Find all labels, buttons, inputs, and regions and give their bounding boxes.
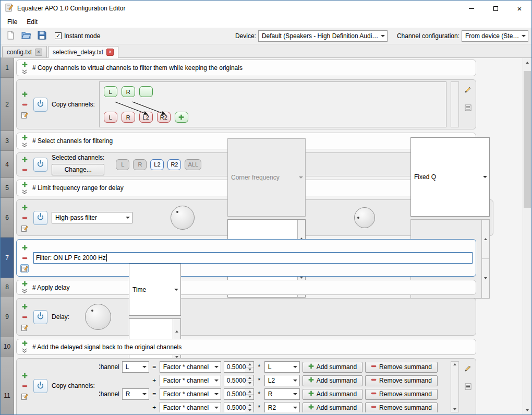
frequency-knob[interactable] bbox=[171, 206, 195, 230]
add-summand-button[interactable]: Add summand bbox=[303, 402, 362, 413]
row-number[interactable]: 10 bbox=[1, 337, 14, 357]
row-number[interactable]: 1 bbox=[1, 58, 14, 78]
edit-row-icon[interactable] bbox=[20, 323, 29, 331]
spin-down-button[interactable] bbox=[246, 367, 253, 373]
source-channel-select[interactable]: R bbox=[264, 388, 300, 400]
vertical-scrollbar[interactable] bbox=[523, 58, 531, 414]
add-row-icon[interactable] bbox=[20, 281, 29, 287]
spin-down-button[interactable] bbox=[246, 395, 253, 400]
summand-type-select[interactable]: Factor * channel bbox=[160, 375, 221, 386]
power-toggle[interactable] bbox=[33, 211, 47, 225]
add-row-icon[interactable] bbox=[20, 62, 29, 67]
remove-row-icon[interactable] bbox=[20, 313, 29, 321]
row-number[interactable]: 11 bbox=[1, 357, 14, 414]
source-channel-select[interactable]: L2 bbox=[264, 375, 300, 386]
row-number[interactable]: 4 bbox=[1, 151, 14, 178]
collapse-icon[interactable] bbox=[20, 69, 29, 75]
spin-down-button[interactable] bbox=[246, 381, 253, 386]
comment-row[interactable]: # Copy channels to virtual channels to f… bbox=[16, 60, 476, 76]
spin-up-button[interactable] bbox=[246, 402, 253, 408]
comment-row[interactable]: # Apply delay bbox=[16, 280, 476, 295]
channel-badge[interactable]: L2 bbox=[150, 159, 164, 170]
delay-mode-select[interactable]: Time bbox=[129, 264, 181, 316]
row-number[interactable]: 3 bbox=[1, 131, 14, 151]
scroll-down-button[interactable] bbox=[523, 406, 531, 414]
power-toggle[interactable] bbox=[33, 310, 47, 324]
q-mode-select[interactable]: Fixed Q bbox=[410, 137, 490, 217]
power-toggle[interactable] bbox=[33, 98, 47, 112]
edit-row-icon[interactable] bbox=[20, 264, 29, 272]
new-file-button[interactable] bbox=[4, 29, 17, 43]
source-channel-select[interactable]: R2 bbox=[264, 402, 300, 412]
remove-row-icon[interactable] bbox=[20, 214, 29, 222]
source-channel-badge[interactable]: R bbox=[122, 86, 135, 97]
edit-row-icon[interactable] bbox=[20, 111, 29, 119]
widget-scrollbar[interactable] bbox=[451, 81, 459, 127]
filter-type-select[interactable]: High-pass filter bbox=[52, 212, 132, 223]
tab-config-txt[interactable]: config.txt × bbox=[2, 46, 47, 57]
add-channel-button[interactable] bbox=[175, 112, 188, 123]
instant-mode-checkbox[interactable]: ✓ bbox=[55, 32, 62, 39]
summand-type-select[interactable]: Factor * channel bbox=[160, 388, 221, 400]
target-channel-select[interactable]: R bbox=[122, 388, 149, 400]
add-row-icon[interactable] bbox=[20, 155, 29, 163]
scrollbar-track[interactable] bbox=[523, 67, 531, 406]
add-row-icon[interactable] bbox=[20, 243, 29, 252]
scrollbar-thumb[interactable] bbox=[524, 71, 531, 208]
remove-row-icon[interactable] bbox=[20, 165, 29, 174]
add-row-icon[interactable] bbox=[20, 90, 29, 98]
close-button[interactable]: × bbox=[507, 1, 531, 16]
change-channels-button[interactable]: Change... bbox=[52, 164, 104, 175]
summand-type-select[interactable]: Factor * channel bbox=[160, 402, 221, 412]
row-number[interactable]: 2 bbox=[1, 78, 14, 131]
edit-row-icon[interactable] bbox=[20, 392, 29, 400]
spin-up-button[interactable] bbox=[246, 375, 253, 381]
add-row-icon[interactable] bbox=[20, 135, 29, 140]
row-number[interactable]: 9 bbox=[1, 297, 14, 337]
menu-edit[interactable]: Edit bbox=[22, 17, 42, 27]
remove-row-icon[interactable] bbox=[20, 100, 29, 109]
factor-spinner[interactable]: 0.5000 bbox=[224, 402, 254, 412]
delay-knob[interactable] bbox=[85, 304, 111, 330]
channel-badge[interactable]: ALL bbox=[185, 159, 201, 170]
remove-summand-button[interactable]: Remove summand bbox=[365, 389, 438, 400]
source-channel-select[interactable]: L bbox=[264, 361, 300, 373]
maximize-button[interactable] bbox=[483, 1, 507, 16]
channel-badge[interactable]: L bbox=[116, 159, 129, 170]
pencil-edit-icon[interactable] bbox=[464, 364, 472, 373]
add-summand-button[interactable]: Add summand bbox=[303, 375, 362, 386]
target-channel-select[interactable]: L bbox=[122, 361, 149, 373]
collapse-icon[interactable] bbox=[20, 348, 29, 353]
remove-summand-button[interactable]: Remove summand bbox=[365, 375, 438, 386]
open-file-button[interactable] bbox=[19, 29, 33, 43]
add-row-icon[interactable] bbox=[20, 182, 29, 187]
factor-spinner[interactable]: 0.5000 bbox=[224, 375, 254, 386]
edit-row-icon[interactable] bbox=[20, 224, 29, 232]
scroll-up-button[interactable] bbox=[523, 58, 531, 67]
command-input[interactable]: Filter: ON LP Fc 2000 Hz bbox=[33, 252, 473, 264]
channel-badge[interactable]: R bbox=[133, 159, 147, 170]
remove-row-icon[interactable] bbox=[20, 382, 29, 390]
source-channel-badge[interactable] bbox=[139, 86, 153, 97]
save-file-button[interactable] bbox=[35, 29, 49, 43]
spin-up-button[interactable] bbox=[246, 362, 253, 367]
tab-selective-delay-txt[interactable]: selective_delay.txt × bbox=[48, 46, 118, 58]
power-toggle[interactable] bbox=[33, 379, 47, 393]
summand-type-select[interactable]: Factor * channel bbox=[160, 361, 221, 373]
channel-config-select[interactable]: From device (Stereo) bbox=[462, 30, 528, 42]
pencil-edit-icon[interactable] bbox=[464, 86, 472, 94]
collapse-icon[interactable] bbox=[20, 289, 29, 294]
target-channel-badge[interactable]: R bbox=[122, 112, 135, 123]
device-select[interactable]: Default (Speakers - High Definition Audi… bbox=[258, 30, 388, 42]
remove-summand-button[interactable]: Remove summand bbox=[365, 362, 438, 373]
tab-close-icon[interactable]: × bbox=[106, 49, 114, 56]
add-row-icon[interactable] bbox=[20, 371, 29, 380]
target-channel-badge[interactable]: R2 bbox=[157, 112, 171, 123]
power-toggle[interactable] bbox=[33, 158, 47, 172]
factor-spinner[interactable]: 0.5000 bbox=[224, 388, 254, 400]
add-row-icon[interactable] bbox=[20, 340, 29, 346]
channel-badge[interactable]: R2 bbox=[167, 159, 181, 170]
target-channel-badge[interactable]: L2 bbox=[139, 112, 153, 123]
list-view-icon[interactable] bbox=[464, 103, 472, 112]
q-knob[interactable] bbox=[354, 207, 375, 228]
